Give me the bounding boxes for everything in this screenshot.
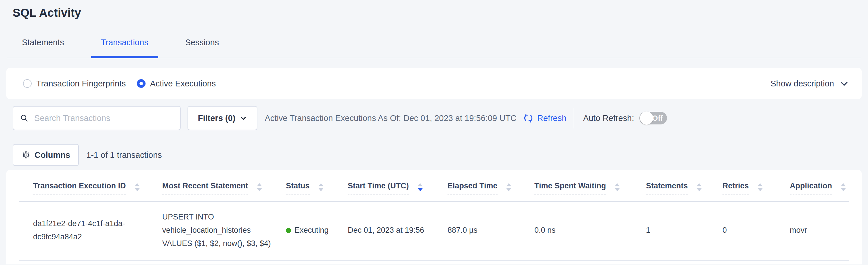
cell-most-recent-statement: UPSERT INTO vehicle_location_histories V… [162, 211, 283, 250]
view-selector-card: Transaction Fingerprints Active Executio… [6, 68, 862, 99]
chevron-down-icon [839, 79, 849, 88]
column-header-label[interactable]: Elapsed Time [447, 182, 498, 194]
search-input[interactable] [34, 113, 174, 123]
radio-active-executions[interactable]: Active Executions [137, 79, 216, 88]
toggle-state-label: Off [652, 114, 663, 123]
toggle-knob[interactable] [640, 111, 653, 125]
sort-control[interactable] [134, 183, 140, 191]
status-label: Executing [294, 224, 329, 237]
column-header-retries: Retries [722, 182, 790, 194]
column-header-time-spent-waiting: Time Spent Waiting [534, 182, 646, 194]
show-description-label[interactable]: Show description [771, 79, 834, 88]
tab-sessions[interactable]: Sessions [176, 38, 229, 58]
as-of-timestamp: Active Transaction Executions As Of: Dec… [265, 113, 517, 123]
radio-label[interactable]: Transaction Fingerprints [36, 79, 126, 88]
show-description-toggle[interactable]: Show description [771, 79, 849, 88]
column-header-transaction-execution-id: Transaction Execution ID [33, 182, 162, 194]
page-title: SQL Activity [13, 6, 868, 19]
sort-control[interactable] [257, 183, 262, 191]
search-icon [20, 113, 29, 123]
table-row: da1f21e2-de71-4c1f-a1da-dc9fc94a84a2 UPS… [19, 202, 849, 261]
sql-activity-page: SQL Activity Statements Transactions Ses… [0, 6, 868, 265]
tab-transactions[interactable]: Transactions [91, 38, 158, 58]
sort-control[interactable] [757, 183, 763, 191]
view-mode-radio-group: Transaction Fingerprints Active Executio… [23, 79, 771, 88]
cell-elapsed-time: 887.0 µs [447, 224, 534, 237]
radio-transaction-fingerprints[interactable]: Transaction Fingerprints [23, 79, 126, 88]
filters-label: Filters (0) [198, 113, 236, 123]
cell-status: Executing [286, 224, 348, 237]
sort-control[interactable] [615, 183, 620, 191]
column-header-label[interactable]: Transaction Execution ID [33, 182, 126, 194]
auto-refresh-toggle[interactable]: Off [639, 112, 667, 125]
sort-control[interactable] [696, 183, 702, 191]
column-header-label[interactable]: Most Recent Statement [162, 182, 248, 194]
executing-status-icon [286, 228, 291, 233]
tab-bar: Statements Transactions Sessions [7, 38, 861, 58]
column-header-most-recent-statement: Most Recent Statement [162, 182, 286, 194]
tab-statements[interactable]: Statements [12, 38, 74, 58]
sort-control-active-desc[interactable] [417, 183, 423, 191]
column-header-status: Status [286, 182, 348, 194]
refresh-control[interactable]: Refresh [523, 113, 566, 124]
table-header-row: Transaction Execution ID Most Recent Sta… [19, 170, 849, 202]
column-header-elapsed-time: Elapsed Time [447, 182, 534, 194]
column-header-start-time: Start Time (UTC) [348, 182, 447, 194]
column-header-label[interactable]: Status [286, 182, 310, 194]
column-header-label[interactable]: Retries [722, 182, 749, 194]
search-box[interactable] [13, 106, 181, 130]
sort-control[interactable] [506, 183, 512, 191]
sort-control[interactable] [841, 183, 846, 191]
sort-control[interactable] [318, 183, 323, 191]
auto-refresh-label: Auto Refresh: [583, 113, 634, 123]
columns-label: Columns [34, 150, 70, 160]
refresh-link[interactable]: Refresh [537, 113, 566, 123]
cell-transaction-execution-id: da1f21e2-de71-4c1f-a1da-dc9fc94a84a2 [33, 217, 154, 244]
table-toolbar: Columns 1-1 of 1 transactions [13, 144, 862, 166]
chevron-down-icon [240, 114, 247, 122]
radio-unselected-icon[interactable] [23, 79, 32, 88]
result-count: 1-1 of 1 transactions [86, 150, 162, 160]
refresh-icon[interactable] [523, 113, 534, 124]
column-header-application: Application [790, 182, 849, 194]
cell-statements: 1 [646, 224, 722, 237]
columns-button[interactable]: Columns [13, 144, 79, 166]
transactions-table-card: Transaction Execution ID Most Recent Sta… [6, 170, 862, 264]
vertical-divider [574, 108, 575, 129]
column-header-statements: Statements [646, 182, 722, 194]
column-header-label[interactable]: Start Time (UTC) [348, 182, 409, 194]
column-header-label[interactable]: Time Spent Waiting [534, 182, 606, 194]
gear-icon [21, 150, 30, 160]
cell-application: movr [790, 224, 849, 237]
filters-button[interactable]: Filters (0) [188, 106, 257, 130]
cell-time-spent-waiting: 0.0 ns [534, 224, 646, 237]
cell-start-time: Dec 01, 2023 at 19:56 [348, 224, 447, 237]
column-header-label[interactable]: Statements [646, 182, 688, 194]
radio-selected-icon[interactable] [137, 79, 146, 88]
cell-retries: 0 [722, 224, 790, 237]
controls-row: Filters (0) Active Transaction Execution… [13, 106, 862, 130]
column-header-label[interactable]: Application [790, 182, 832, 194]
radio-label[interactable]: Active Executions [150, 79, 216, 88]
